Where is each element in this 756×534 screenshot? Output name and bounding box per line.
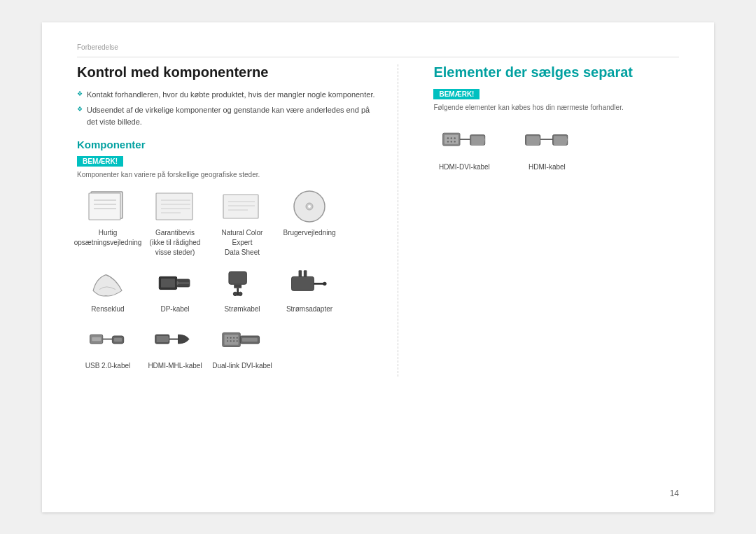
component-power: Strømkabel [211,263,273,314]
adapter-icon [285,263,334,302]
adapter-label: Strømsadapter [286,304,332,314]
component-cloth: Renseklud [77,263,139,314]
svg-point-42 [234,337,235,338]
dp-label: DP-kabel [160,304,189,314]
svg-point-45 [230,340,232,342]
svg-rect-18 [161,279,175,288]
component-dvi: Dual-link DVI-kabel [211,320,273,371]
bemærk-badge-right: BEMÆRK! [433,89,479,99]
left-section: Kontrol med komponenterne Kontakt forhan… [77,64,398,377]
svg-point-46 [234,340,235,342]
svg-point-25 [239,292,242,295]
svg-point-47 [237,340,238,342]
left-title: Kontrol med komponenterne [77,64,377,80]
svg-point-41 [230,337,232,338]
usermanual-icon [285,187,334,225]
bullet-item-1: Kontakt forhandleren, hvor du købte prod… [77,89,377,101]
svg-point-55 [447,141,449,142]
component-usermanual: Brugervejledning [279,187,340,238]
quicksetup-label: Hurtigopsætningsvejledning [74,228,142,248]
svg-rect-5 [156,193,192,220]
hdmi-items-row: HDMI-DVI-kabel HDMI-kabel [433,121,679,172]
nce-icon [218,187,267,225]
usermanual-label: Brugervejledning [283,228,335,238]
dp-icon [150,263,200,302]
svg-point-24 [234,292,237,295]
hdmi-dvi-icon [440,121,489,160]
component-hdmi-dvi: HDMI-DVI-kabel [433,121,495,172]
component-quicksetup: Hurtigopsætningsvejledning [77,187,139,248]
svg-rect-22 [234,284,242,288]
note-left: Komponenter kan variere på forskellige g… [77,171,377,178]
svg-rect-49 [242,337,258,341]
content-area: Kontrol med komponenterne Kontakt forhan… [77,64,679,377]
hdmi-dvi-label: HDMI-DVI-kabel [439,162,490,172]
dvi-icon [218,320,267,358]
svg-rect-30 [304,270,307,276]
right-section: Elementer der sælges separat BEMÆRK! Føl… [426,64,679,377]
component-adapter: Strømsadapter [279,263,340,314]
svg-point-16 [308,205,311,208]
component-hdmi: HDMI-kabel [516,121,578,172]
hdmi-icon [522,121,571,160]
component-hdmi-mhl: HDMI-MHL-kabel [144,320,206,371]
breadcrumb: Forberedelse [77,43,679,57]
svg-rect-29 [299,270,302,276]
hdmi-mhl-label: HDMI-MHL-kabel [148,361,202,371]
bemærk-badge-left: BEMÆRK! [77,156,123,167]
page: Forberedelse Kontrol med komponenterne K… [42,22,714,512]
svg-rect-35 [115,337,122,341]
components-row-3: USB 2.0-kabel HDMI-MHL-kabel [77,320,377,371]
right-title: Elementer der sælges separat [433,64,679,80]
component-usb: USB 2.0-kabel [77,320,139,371]
svg-point-52 [447,137,449,139]
components-row-2: Renseklud DP-kabel [77,263,377,314]
svg-rect-39 [225,335,239,345]
hdmi-mhl-icon [150,320,200,358]
svg-rect-10 [223,195,258,218]
power-label: Strømkabel [224,304,260,314]
bullet-list: Kontakt forhandleren, hvor du købte prod… [77,89,377,128]
cloth-icon [83,263,132,302]
right-note: Følgende elementer kan købes hos din nær… [433,104,679,111]
komponenter-title: Komponenter [77,139,377,150]
svg-rect-26 [292,276,314,290]
svg-point-57 [454,141,455,142]
guarantee-label: Garantibevis(ikke til rådighedvisse sted… [150,228,201,258]
svg-point-40 [227,337,228,338]
hdmi-label: HDMI-kabel [528,162,566,172]
svg-point-28 [323,281,327,285]
usb-label: USB 2.0-kabel [85,361,130,371]
svg-point-54 [454,137,455,139]
component-dp: DP-kabel [144,263,206,314]
svg-rect-21 [229,272,246,284]
dvi-label: Dual-link DVI-kabel [212,361,272,371]
components-row-1: Hurtigopsætningsvejledning Garantibevis( [77,187,377,258]
nce-label: Natural Color ExpertData Sheet [211,228,273,258]
guarantee-icon [150,187,200,225]
svg-rect-51 [444,134,458,143]
svg-rect-32 [92,337,102,340]
svg-rect-1 [89,193,120,220]
svg-point-44 [227,340,228,342]
svg-point-53 [451,137,452,139]
power-icon [218,263,267,302]
quicksetup-icon [83,187,132,225]
cloth-label: Renseklud [91,304,124,314]
svg-point-43 [237,337,238,338]
page-number: 14 [670,489,679,498]
component-nce: Natural Color ExpertData Sheet [211,187,273,258]
bullet-item-2: Udseendet af de virkelige komponenter og… [77,104,377,127]
component-guarantee: Garantibevis(ikke til rådighedvisse sted… [144,187,206,258]
svg-point-56 [451,141,452,142]
usb-icon [83,320,132,358]
